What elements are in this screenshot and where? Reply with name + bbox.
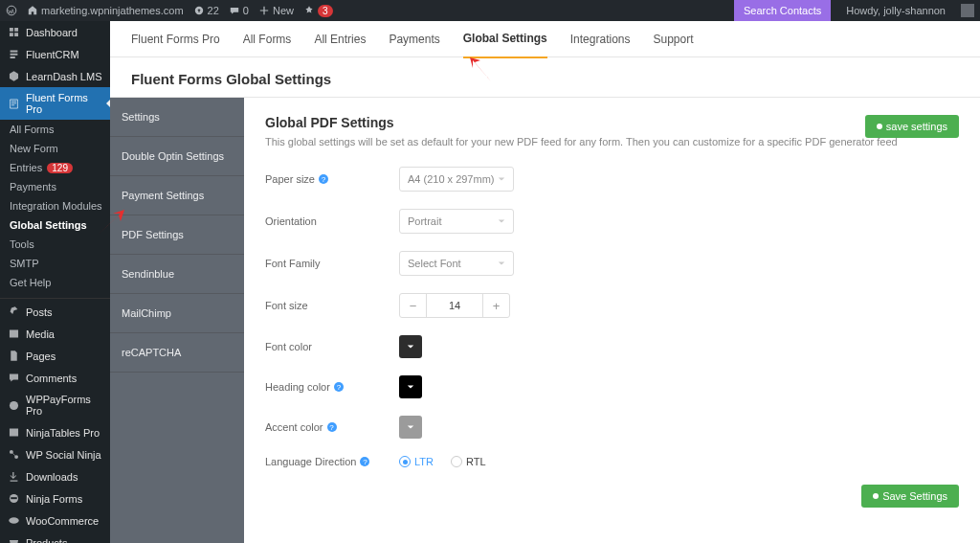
sidebar-subitem-new-form[interactable]: New Form bbox=[0, 139, 110, 158]
font-color-label: Font color bbox=[265, 341, 312, 352]
chevron-down-icon bbox=[407, 383, 414, 391]
wp-logo[interactable] bbox=[6, 5, 17, 16]
paper-size-label: Paper size bbox=[265, 173, 315, 185]
orientation-label: Orientation bbox=[265, 215, 317, 227]
content-title: Global PDF Settings bbox=[265, 115, 959, 130]
sidebar-subitem-global-settings[interactable]: Global Settings bbox=[0, 215, 110, 235]
svg-rect-5 bbox=[11, 497, 17, 499]
tab-all-entries[interactable]: All Entries bbox=[314, 21, 366, 57]
settings-item-pdf-settings[interactable]: PDF Settings bbox=[110, 215, 244, 255]
tab-integrations[interactable]: Integrations bbox=[570, 21, 631, 57]
heading-color-swatch[interactable] bbox=[399, 375, 422, 398]
svg-point-6 bbox=[9, 517, 18, 524]
settings-item-settings[interactable]: Settings bbox=[110, 98, 244, 137]
tab-payments[interactable]: Payments bbox=[389, 21, 439, 57]
notifications[interactable]: 3 bbox=[303, 5, 333, 17]
content-description: This global settings will be set as defa… bbox=[265, 136, 959, 147]
settings-item-mailchimp[interactable]: MailChimp bbox=[110, 294, 244, 333]
rtl-radio[interactable]: RTL bbox=[451, 456, 486, 467]
sidebar-item-ninjatables-pro[interactable]: NinjaTables Pro bbox=[0, 421, 110, 443]
save-settings-top-button[interactable]: save settings bbox=[865, 115, 959, 138]
sidebar-item-comments[interactable]: Comments bbox=[0, 367, 110, 389]
sidebar-item-downloads[interactable]: Downloads bbox=[0, 465, 110, 487]
new-content[interactable]: New bbox=[258, 5, 294, 16]
settings-item-sendinblue[interactable]: Sendinblue bbox=[110, 255, 244, 294]
help-icon[interactable]: ? bbox=[334, 382, 344, 392]
ltr-radio[interactable]: LTR bbox=[399, 456, 434, 467]
plugin-top-nav: Fluent Forms ProAll FormsAll EntriesPaym… bbox=[110, 21, 980, 57]
main-area: Fluent Forms ProAll FormsAll EntriesPaym… bbox=[110, 21, 980, 543]
font-size-label: Font size bbox=[265, 300, 308, 311]
site-name[interactable]: marketing.wpninjathemes.com bbox=[27, 5, 184, 16]
tab-all-forms[interactable]: All Forms bbox=[243, 21, 292, 57]
admin-toolbar: marketing.wpninjathemes.com 22 0 New 3 S… bbox=[0, 0, 980, 21]
howdy-user[interactable]: Howdy, jolly-shannon bbox=[840, 5, 951, 16]
sidebar-item-fluentcrm[interactable]: FluentCRM bbox=[0, 43, 110, 65]
sidebar-subitem-entries[interactable]: Entries 129 bbox=[0, 158, 110, 177]
chevron-down-icon bbox=[498, 217, 505, 225]
settings-item-recaptcha[interactable]: reCAPTCHA bbox=[110, 333, 244, 373]
chevron-down-icon bbox=[498, 175, 505, 183]
sidebar-subitem-integration-modules[interactable]: Integration Modules bbox=[0, 196, 110, 215]
settings-content: save settings Global PDF Settings This g… bbox=[244, 98, 980, 543]
sidebar-subitem-payments[interactable]: Payments bbox=[0, 177, 110, 196]
chevron-down-icon bbox=[407, 423, 414, 431]
page-title: Fluent Forms Global Settings bbox=[110, 57, 980, 98]
sidebar-item-wppayforms-pro[interactable]: WPPayForms Pro bbox=[0, 389, 110, 421]
settings-sidebar: SettingsDouble Optin SettingsPayment Set… bbox=[110, 98, 244, 543]
sidebar-subitem-tools[interactable]: Tools bbox=[0, 235, 110, 254]
sidebar-subitem-all-forms[interactable]: All Forms bbox=[0, 120, 110, 139]
tab-fluent-forms-pro[interactable]: Fluent Forms Pro bbox=[131, 21, 220, 57]
font-family-select[interactable]: Select Font bbox=[399, 251, 514, 276]
font-size-value: 14 bbox=[427, 294, 482, 317]
sidebar-item-woocommerce[interactable]: WooCommerce bbox=[0, 509, 110, 532]
search-contacts-button[interactable]: Search Contacts bbox=[734, 0, 831, 21]
orientation-select[interactable]: Portrait bbox=[399, 209, 514, 234]
font-size-stepper[interactable]: − 14 + bbox=[399, 293, 510, 318]
paper-size-select[interactable]: A4 (210 x 297mm) bbox=[399, 167, 514, 192]
sidebar-item-ninja-forms[interactable]: Ninja Forms bbox=[0, 487, 110, 509]
tab-support[interactable]: Support bbox=[654, 21, 694, 57]
sidebar-item-fluent-forms-pro[interactable]: Fluent Forms Pro bbox=[0, 87, 110, 120]
accent-color-swatch[interactable] bbox=[399, 416, 422, 439]
sidebar-item-learndash-lms[interactable]: LearnDash LMS bbox=[0, 65, 110, 87]
help-icon[interactable]: ? bbox=[360, 457, 369, 466]
sidebar-item-pages[interactable]: Pages bbox=[0, 345, 110, 367]
sidebar-subitem-smtp[interactable]: SMTP bbox=[0, 254, 110, 273]
font-family-label: Font Family bbox=[265, 258, 320, 269]
accent-color-label: Accent color bbox=[265, 421, 323, 433]
sidebar-item-media[interactable]: Media bbox=[0, 323, 110, 345]
chevron-down-icon bbox=[407, 343, 414, 351]
stepper-minus[interactable]: − bbox=[400, 294, 427, 317]
updates[interactable]: 22 bbox=[193, 5, 219, 16]
sidebar-item-products[interactable]: Products bbox=[0, 532, 110, 543]
settings-item-double-optin-settings[interactable]: Double Optin Settings bbox=[110, 137, 244, 176]
help-icon[interactable]: ? bbox=[319, 174, 328, 184]
admin-sidebar: DashboardFluentCRMLearnDash LMSFluent Fo… bbox=[0, 21, 110, 543]
help-icon[interactable]: ? bbox=[327, 422, 337, 432]
avatar[interactable] bbox=[961, 4, 974, 17]
settings-item-payment-settings[interactable]: Payment Settings bbox=[110, 176, 244, 215]
svg-point-1 bbox=[10, 400, 18, 409]
sidebar-item-wp-social-ninja[interactable]: WP Social Ninja bbox=[0, 443, 110, 465]
tab-global-settings[interactable]: Global Settings bbox=[463, 20, 547, 58]
sidebar-item-dashboard[interactable]: Dashboard bbox=[0, 21, 110, 43]
sidebar-item-posts[interactable]: Posts bbox=[0, 301, 110, 323]
comments-count[interactable]: 0 bbox=[229, 5, 249, 16]
language-direction-label: Language Direction bbox=[265, 456, 356, 467]
heading-color-label: Heading color bbox=[265, 381, 330, 393]
save-settings-bottom-button[interactable]: Save Settings bbox=[861, 485, 959, 508]
sidebar-subitem-get-help[interactable]: Get Help bbox=[0, 273, 110, 292]
chevron-down-icon bbox=[498, 260, 505, 267]
stepper-plus[interactable]: + bbox=[482, 294, 509, 317]
font-color-swatch[interactable] bbox=[399, 335, 422, 358]
